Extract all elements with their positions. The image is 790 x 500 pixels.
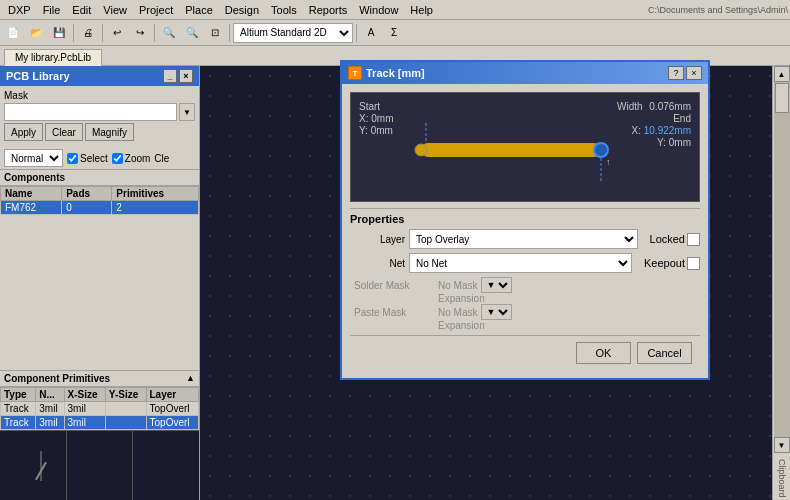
- zoom-out-btn[interactable]: 🔍: [181, 22, 203, 44]
- menu-edit[interactable]: Edit: [66, 2, 97, 18]
- props-section: Properties Layer Top Overlay Bottom Over…: [350, 208, 700, 331]
- component-row[interactable]: FM762 0 2: [1, 201, 199, 215]
- prim1-ysize: [105, 402, 146, 416]
- undo-btn[interactable]: ↩: [106, 22, 128, 44]
- layer-row: Layer Top Overlay Bottom Overlay Top Lay…: [350, 229, 700, 249]
- new-btn[interactable]: 📄: [2, 22, 24, 44]
- view-dropdown[interactable]: Altium Standard 2D: [233, 23, 353, 43]
- components-table: Name Pads Primitives FM762 0 2: [0, 186, 199, 215]
- primitives-toggle[interactable]: ▲: [186, 373, 195, 384]
- panel-minimize-btn[interactable]: _: [163, 69, 177, 83]
- menu-tools[interactable]: Tools: [265, 2, 303, 18]
- menu-file[interactable]: File: [37, 2, 67, 18]
- thumb1: [0, 431, 67, 500]
- scroll-down-btn[interactable]: ▼: [774, 437, 790, 453]
- zoom-checkbox[interactable]: [112, 153, 123, 164]
- track-dialog: T Track [mm] ? × Start X: 0mm Y: 0mm Wid…: [340, 60, 710, 380]
- scroll-up-btn[interactable]: ▲: [774, 66, 790, 82]
- start-endpoint: [415, 144, 427, 156]
- dialog-buttons: OK Cancel: [350, 335, 700, 370]
- comp-name: FM762: [1, 201, 62, 215]
- clear-btn[interactable]: Clear: [45, 123, 83, 141]
- bottom-panel: [0, 430, 199, 500]
- sep5: [356, 24, 357, 42]
- thumb2: [67, 431, 134, 500]
- net-row: Net No Net Keepout: [350, 253, 700, 273]
- end-endpoint: [594, 143, 608, 157]
- solder-mask-label: Solder Mask: [354, 280, 434, 291]
- net-select[interactable]: No Net: [409, 253, 632, 273]
- zoom-in-btn[interactable]: 🔍: [158, 22, 180, 44]
- components-container[interactable]: Name Pads Primitives FM762 0 2: [0, 186, 199, 368]
- track-svg: ↑: [351, 93, 699, 201]
- prim-row-2[interactable]: Track 3mil 3mil TopOverl: [1, 416, 199, 430]
- extra-btn2[interactable]: Σ: [383, 22, 405, 44]
- redo-btn[interactable]: ↪: [129, 22, 151, 44]
- prim1-xsize: 3mil: [64, 402, 105, 416]
- print-btn[interactable]: 🖨: [77, 22, 99, 44]
- menu-window[interactable]: Window: [353, 2, 404, 18]
- locked-checkbox[interactable]: [687, 233, 700, 246]
- prim-col-n: N...: [36, 388, 64, 402]
- prim-row-1[interactable]: Track 3mil 3mil TopOverl: [1, 402, 199, 416]
- panel-title: PCB Library: [6, 70, 70, 82]
- menu-help[interactable]: Help: [404, 2, 439, 18]
- path-display: C:\Documents and Settings\Admin\: [648, 5, 788, 15]
- prim-col-ysize: Y-Size: [105, 388, 146, 402]
- dialog-help-btn[interactable]: ?: [668, 66, 684, 80]
- sep1: [73, 24, 74, 42]
- solder-mask-section: Solder Mask No Mask ▼ Expansion: [350, 277, 700, 304]
- right-sidebar: ▲ ▼ Clipboard: [772, 66, 790, 500]
- solder-mask-row: Solder Mask No Mask ▼: [354, 277, 696, 293]
- paste-mask-dropdown[interactable]: ▼: [481, 304, 512, 320]
- apply-btn[interactable]: Apply: [4, 123, 43, 141]
- cancel-button[interactable]: Cancel: [637, 342, 692, 364]
- extra-btn1[interactable]: A: [360, 22, 382, 44]
- fit-btn[interactable]: ⊡: [204, 22, 226, 44]
- layer-select[interactable]: Top Overlay Bottom Overlay Top Layer Bot…: [409, 229, 638, 249]
- sep4: [229, 24, 230, 42]
- normal-dropdown[interactable]: Normal: [4, 149, 63, 167]
- menu-project[interactable]: Project: [133, 2, 179, 18]
- dialog-content: Start X: 0mm Y: 0mm Width 0.076mm End X:…: [342, 84, 708, 378]
- zoom-checkbox-label[interactable]: Zoom: [112, 153, 151, 164]
- prim2-ysize: [105, 416, 146, 430]
- prim-col-layer: Layer: [146, 388, 198, 402]
- locked-group: Locked: [650, 233, 700, 246]
- magnify-btn[interactable]: Magnify: [85, 123, 134, 141]
- paste-expansion-label: Expansion: [438, 320, 696, 331]
- menu-reports[interactable]: Reports: [303, 2, 354, 18]
- save-btn[interactable]: 💾: [48, 22, 70, 44]
- solder-expansion-label: Expansion: [438, 293, 696, 304]
- dialog-title-text: Track [mm]: [366, 67, 425, 79]
- solder-mask-dropdown[interactable]: ▼: [481, 277, 512, 293]
- prim1-layer: TopOverl: [146, 402, 198, 416]
- solder-mask-value: No Mask: [438, 280, 477, 291]
- svg-text:↑: ↑: [606, 157, 611, 167]
- open-btn[interactable]: 📂: [25, 22, 47, 44]
- dialog-title-area: T Track [mm]: [348, 66, 425, 80]
- col-primitives: Primitives: [112, 187, 199, 201]
- ok-button[interactable]: OK: [576, 342, 631, 364]
- active-tab[interactable]: My library.PcbLib: [4, 49, 102, 66]
- scroll-thumb[interactable]: [775, 83, 789, 113]
- prim-col-type: Type: [1, 388, 36, 402]
- primitives-header: Component Primitives ▲: [0, 370, 199, 387]
- keepout-checkbox[interactable]: [687, 257, 700, 270]
- panel-close-btn[interactable]: ×: [179, 69, 193, 83]
- select-checkbox-label[interactable]: Select: [67, 153, 108, 164]
- dialog-title-btns: ? ×: [668, 66, 702, 80]
- mask-dropdown[interactable]: ▼: [179, 103, 195, 121]
- comp-primitives: 2: [112, 201, 199, 215]
- menu-place[interactable]: Place: [179, 2, 219, 18]
- prim1-type: Track: [1, 402, 36, 416]
- menu-design[interactable]: Design: [219, 2, 265, 18]
- prim2-layer: TopOverl: [146, 416, 198, 430]
- select-checkbox[interactable]: [67, 153, 78, 164]
- menu-dxp[interactable]: DXP: [2, 2, 37, 18]
- paste-mask-row: Paste Mask No Mask ▼: [354, 304, 696, 320]
- mask-input[interactable]: [4, 103, 177, 121]
- mask-section: Mask ▼ Apply Clear Magnify: [0, 86, 199, 147]
- dialog-close-btn[interactable]: ×: [686, 66, 702, 80]
- menu-view[interactable]: View: [97, 2, 133, 18]
